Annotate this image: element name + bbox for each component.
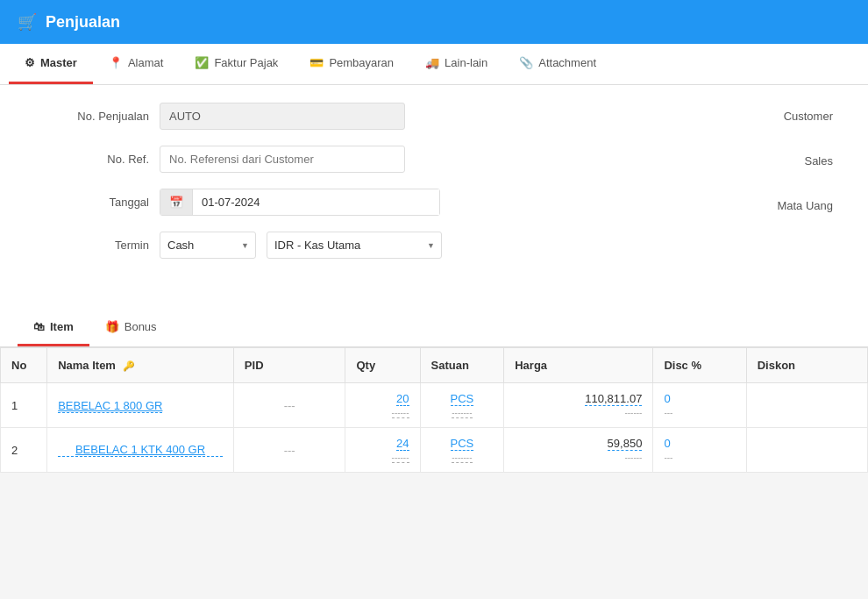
termin-select-wrapper: Cash Net 30 Net 60 xyxy=(160,232,256,259)
row1-satuan: PCS ------- xyxy=(420,383,504,428)
row1-item-link[interactable]: BEBELAC 1 800 GR xyxy=(58,399,162,413)
tab-item-label: Item xyxy=(50,320,74,333)
tanggal-label: Tanggal xyxy=(35,196,149,209)
tab-faktur-pajak[interactable]: Faktur Pajak xyxy=(179,44,294,84)
main-content: Master Alamat Faktur Pajak Pembayaran La… xyxy=(0,44,868,473)
app-title: Penjualan xyxy=(46,13,120,32)
col-pid: PID xyxy=(233,348,345,383)
tab-attachment-label: Attachment xyxy=(538,56,596,69)
col-diskon: Diskon xyxy=(746,348,867,383)
tab-master-label: Master xyxy=(40,56,77,69)
section-tabs: Item Bonus xyxy=(0,310,868,347)
row2-harga-value[interactable]: 59,850 xyxy=(608,437,643,451)
key-icon xyxy=(123,359,135,372)
attach-icon xyxy=(519,56,533,69)
calendar-button[interactable]: 📅 xyxy=(160,189,193,215)
check-circle-icon xyxy=(195,56,209,69)
form-area: No. Penjualan No. Ref. Tanggal 📅 Termin xyxy=(0,85,868,301)
termin-row: Termin Cash Net 30 Net 60 IDR - Kas Utam… xyxy=(35,232,442,259)
row2-satuan: PCS ------- xyxy=(420,428,504,473)
tanggal-row: Tanggal 📅 xyxy=(35,189,442,216)
row2-satuan-value[interactable]: PCS xyxy=(451,437,474,451)
termin-label: Termin xyxy=(35,239,149,252)
row1-nama-item: BEBELAC 1 800 GR xyxy=(47,383,234,428)
item-icon xyxy=(33,320,45,333)
row2-item-link[interactable]: BEBELAC 1 KTK 400 GR xyxy=(58,443,223,457)
tanggal-input[interactable] xyxy=(193,189,439,215)
kas-select-wrapper: IDR - Kas Utama IDR - Kas Cabang xyxy=(267,232,442,259)
tab-alamat-label: Alamat xyxy=(128,56,163,69)
customer-label: Customer xyxy=(477,103,833,123)
no-penjualan-label: No. Penjualan xyxy=(35,110,149,123)
tab-lain-label: Lain-lain xyxy=(445,56,487,69)
row1-satuan-value[interactable]: PCS xyxy=(451,392,474,406)
row1-disc-value[interactable]: 0 xyxy=(664,392,670,405)
row2-qty-value[interactable]: 24 xyxy=(396,437,409,451)
tab-pembayaran[interactable]: Pembayaran xyxy=(294,44,409,84)
tab-alamat[interactable]: Alamat xyxy=(93,44,179,84)
tab-master[interactable]: Master xyxy=(9,44,93,84)
col-nama-item: Nama Item xyxy=(47,348,234,383)
tab-bonus[interactable]: Bonus xyxy=(89,310,173,346)
row1-pid: --- xyxy=(233,383,345,428)
location-icon xyxy=(109,56,123,69)
payment-icon xyxy=(309,56,324,69)
col-harga: Harga xyxy=(504,348,653,383)
app-header: Penjualan xyxy=(0,0,868,44)
row1-no: 1 xyxy=(1,383,47,428)
table-row: 1 BEBELAC 1 800 GR --- 20 ------ PCS ---… xyxy=(1,383,868,428)
form-left: No. Penjualan No. Ref. Tanggal 📅 Termin xyxy=(35,103,442,275)
row1-disc-pct: 0 --- xyxy=(653,383,746,428)
row2-pid: --- xyxy=(233,428,345,473)
form-right: Customer Sales Mata Uang xyxy=(442,103,833,275)
tab-bonus-label: Bonus xyxy=(125,320,157,333)
row2-nama-item: BEBELAC 1 KTK 400 GR xyxy=(47,428,234,473)
row1-diskon xyxy=(746,383,867,428)
row2-disc-pct: 0 --- xyxy=(653,428,746,473)
gear-icon xyxy=(25,56,35,69)
row1-qty: 20 ------ xyxy=(345,383,420,428)
termin-select[interactable]: Cash Net 30 Net 60 xyxy=(160,232,256,259)
col-qty: Qty xyxy=(345,348,420,383)
tab-faktur-label: Faktur Pajak xyxy=(214,56,278,69)
col-disc-pct: Disc % xyxy=(653,348,746,383)
no-penjualan-input[interactable] xyxy=(160,103,405,130)
top-tabs: Master Alamat Faktur Pajak Pembayaran La… xyxy=(0,44,868,85)
col-no: No xyxy=(1,348,47,383)
no-penjualan-row: No. Penjualan xyxy=(35,103,442,130)
tab-item[interactable]: Item xyxy=(18,310,89,346)
row1-qty-value[interactable]: 20 xyxy=(396,392,409,406)
row2-no: 2 xyxy=(1,428,47,473)
row2-harga: 59,850 ------ xyxy=(504,428,653,473)
row2-diskon xyxy=(746,428,867,473)
col-satuan: Satuan xyxy=(420,348,504,383)
no-ref-input[interactable] xyxy=(160,146,405,173)
cart-icon xyxy=(18,12,37,32)
row2-qty: 24 ------ xyxy=(345,428,420,473)
tab-lain-lain[interactable]: Lain-lain xyxy=(409,44,503,84)
kas-select[interactable]: IDR - Kas Utama IDR - Kas Cabang xyxy=(267,232,442,259)
items-table: No Nama Item PID Qty Satuan Harga Disc %… xyxy=(0,347,868,473)
truck-icon xyxy=(425,56,439,69)
no-ref-row: No. Ref. xyxy=(35,146,442,173)
tab-pembayaran-label: Pembayaran xyxy=(329,56,394,69)
row1-harga: 110,811.07 ------ xyxy=(504,383,653,428)
table-header-row: No Nama Item PID Qty Satuan Harga Disc %… xyxy=(1,348,868,383)
mata-uang-label: Mata Uang xyxy=(477,192,833,212)
bonus-icon xyxy=(105,320,119,333)
no-ref-label: No. Ref. xyxy=(35,153,149,166)
sales-label: Sales xyxy=(477,147,833,168)
date-wrapper: 📅 xyxy=(160,189,440,216)
row1-harga-value[interactable]: 110,811.07 xyxy=(585,392,642,406)
row2-disc-value[interactable]: 0 xyxy=(664,437,670,450)
tab-attachment[interactable]: Attachment xyxy=(503,44,612,84)
table-wrapper: No Nama Item PID Qty Satuan Harga Disc %… xyxy=(0,347,868,473)
table-row: 2 BEBELAC 1 KTK 400 GR --- 24 ------ PCS… xyxy=(1,428,868,473)
